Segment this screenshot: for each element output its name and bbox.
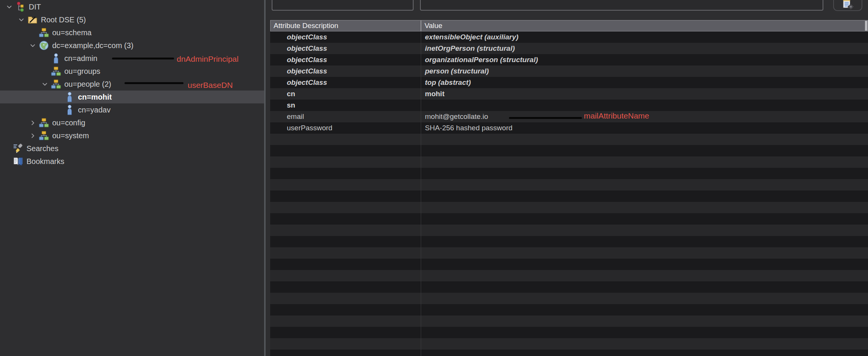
attribute-value: extensibleObject (auxiliary) [425,33,518,41]
attribute-value: top (abstract) [425,78,471,87]
attribute-name: email [287,112,304,121]
annotation-label-mail-attribute-name: mailAttributeName [584,111,649,120]
tree-item-cn-yadav[interactable]: cn=yadav [0,103,264,116]
attribute-value: mohit [425,90,445,98]
tree-item-label: ou=groups [64,67,100,76]
tree-item-label: cn=admin [64,54,97,63]
tree-item-dit[interactable]: DIT [0,0,264,13]
table-row-empty[interactable] [270,259,868,270]
expander-placeholder [39,65,51,78]
table-row-empty[interactable] [270,190,868,202]
tree-item-root-dse-5[interactable]: Root DSE (5) [0,13,264,26]
chevron-down-icon[interactable] [3,0,15,13]
table-row-empty[interactable] [270,179,868,190]
tree-item-searches[interactable]: Searches [0,142,264,155]
annotation-label-dn-admin-principal: dnAdminPrincipal [177,55,238,64]
table-row[interactable]: objectClass person (structural) [270,66,868,77]
tree-item-ou-groups[interactable]: ou=groups [0,65,264,78]
table-row[interactable]: objectClass organizationalPerson (struct… [270,54,868,66]
tree-item-ou-schema[interactable]: ou=schema [0,26,264,39]
org-unit-icon [39,27,49,38]
org-unit-icon [39,130,49,141]
annotation-line-dn-admin-principal [112,58,174,59]
chevron-right-icon[interactable] [26,116,39,129]
tree-item-label: dc=example,dc=com (3) [52,41,134,50]
attribute-name: objectClass [287,67,327,75]
table-row-empty[interactable] [270,213,868,225]
entry-editor-panel: Attribute Description Value objectClass … [266,0,868,356]
attribute-table: Attribute Description Value objectClass … [270,20,868,356]
table-row-empty[interactable] [270,247,868,259]
table-row[interactable]: objectClass top (abstract) [270,77,868,88]
tree-item-label: cn=mohit [78,93,112,101]
table-row-empty[interactable] [270,270,868,281]
attribute-name: objectClass [287,33,327,41]
tree-item-label: Searches [26,144,59,153]
org-unit-icon [39,117,49,128]
tree-item-ou-config[interactable]: ou=config [0,116,264,129]
dit-icon [15,1,25,12]
annotation-line-user-base-dn [124,82,184,84]
table-row-empty[interactable] [270,236,868,247]
table-row-empty[interactable] [270,281,868,293]
table-row-empty[interactable] [270,293,868,304]
table-row[interactable]: email mohit@getcollate.io [270,111,868,122]
attribute-name: cn [287,90,295,98]
column-header-label: Value [425,22,442,30]
expander-placeholder [52,91,64,103]
table-row-empty[interactable] [270,338,868,350]
table-row-empty[interactable] [270,202,868,213]
column-header-label: Attribute Description [274,22,338,30]
chevron-down-icon[interactable] [39,78,51,91]
table-row-empty[interactable] [270,145,868,156]
bookmarks-icon [13,156,23,167]
table-row[interactable]: cn mohit [270,88,868,100]
globe-icon [39,40,49,51]
expander-placeholder [52,103,64,116]
table-row[interactable]: userPassword SHA-256 hashed password [270,122,868,134]
tree-item-label: cn=yadav [78,106,110,114]
table-row[interactable]: sn [270,100,868,111]
table-row-empty[interactable] [270,350,868,356]
attribute-value: mohit@getcollate.io [425,112,488,121]
chevron-down-icon[interactable] [26,39,39,52]
attribute-name: sn [287,101,295,109]
top-input-left[interactable] [272,0,414,11]
expander-placeholder [26,26,39,39]
tree-item-label: Bookmarks [26,157,64,166]
tree-item-dc-example-dc-com-3[interactable]: dc=example,dc=com (3) [0,39,264,52]
table-row-empty[interactable] [270,304,868,315]
tree-item-label: Root DSE (5) [41,16,86,24]
table-row[interactable]: objectClass extensibleObject (auxiliary) [270,31,868,43]
tree-item-ou-system[interactable]: ou=system [0,129,264,142]
attribute-value: inetOrgPerson (structural) [425,44,515,53]
table-row-empty[interactable] [270,134,868,145]
org-unit-icon [51,78,61,90]
attribute-value: organizationalPerson (structural) [425,56,538,64]
tree-item-label: ou=people (2) [64,80,111,89]
table-row-empty[interactable] [270,168,868,179]
tree-item-label: ou=system [52,131,89,140]
table-row-empty[interactable] [270,225,868,236]
annotation-line-mail-attribute-name [509,117,582,119]
attribute-value: person (structural) [425,67,489,75]
table-row-empty[interactable] [270,156,868,168]
attribute-value: SHA-256 hashed password [425,124,512,132]
column-header-attribute-description[interactable]: Attribute Description [271,20,421,31]
tree-item-bookmarks[interactable]: Bookmarks [0,155,264,168]
person-icon [64,104,75,116]
top-input-right[interactable] [420,0,823,11]
entry-editor-settings-button[interactable] [833,0,862,11]
table-row-empty[interactable] [270,327,868,338]
table-row[interactable]: objectClass inetOrgPerson (structural) [270,43,868,54]
table-row-empty[interactable] [270,315,868,327]
searches-icon [13,143,23,154]
tree-item-label: ou=schema [52,28,92,37]
person-icon [51,53,61,64]
org-unit-icon [51,66,61,77]
attribute-table-body: objectClass extensibleObject (auxiliary)… [270,31,868,356]
column-header-value[interactable]: Value [421,20,868,31]
chevron-down-icon[interactable] [15,13,27,26]
tree-item-cn-mohit[interactable]: cn=mohit [0,91,264,103]
chevron-right-icon[interactable] [26,129,39,142]
